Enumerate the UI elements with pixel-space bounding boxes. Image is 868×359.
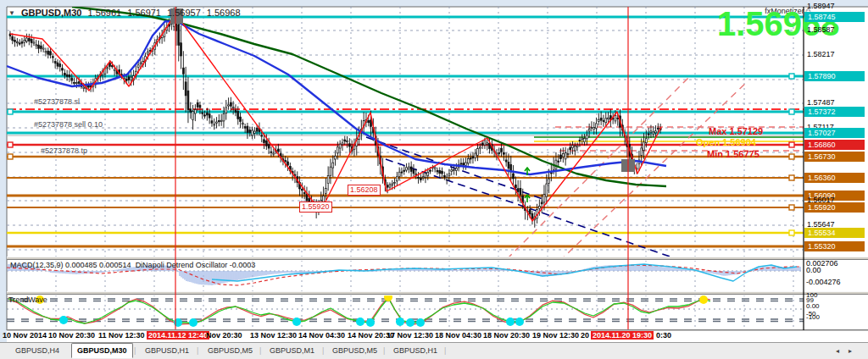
line-anchor-handle[interactable] [8,142,13,147]
tabs-scroll-right[interactable]: ▸ [849,347,852,355]
price-scale-badge: 1.56730 [804,152,865,162]
tab-separator: | [322,346,324,355]
line-anchor-handle[interactable] [789,154,794,159]
ohlc-close: 1.56968 [207,8,241,18]
ohlc-low: 1.56957 [167,8,201,18]
price-scale-tick: 1.58947 [807,2,835,10]
price-scale-tick: 1.58217 [807,50,835,58]
tw-buy-dot [356,318,364,326]
price-scale-tick: 1.58587 [807,25,835,34]
macd-label: MACD(12,35,9) 0.000485 0.000514 DiNapoli… [10,261,255,269]
time-axis-tick: 11 Nov 12:30 [98,331,145,340]
day-min-label: Min 1.56775 [707,149,760,159]
ohlc-high: 1.56971 [127,8,161,18]
time-axis-tick: 18 Nov 20:30 [483,331,530,340]
tw-buy-dot [59,316,68,324]
chart-canvas[interactable] [0,0,868,359]
time-axis-tick: 13 Nov 12:30 [250,331,297,340]
swing-price-label: 1.56208 [348,185,381,196]
tab-gbpusd-m5[interactable]: GBPUSD,M5 [327,344,382,357]
symbol-dropdown-icon[interactable]: ▼ [8,9,15,17]
day-max-label: Max 1.57129 [709,126,763,136]
line-anchor-handle[interactable] [789,175,794,180]
mt4-terminal: { "title": {"dropdown":"▼","symbol":"GBP… [0,0,868,359]
price-scale-badge: 1.56860 [804,140,865,150]
order-sl-label: #52737878 sl [34,97,80,106]
macd-scale-tick: -0.004276 [806,278,841,286]
time-axis-tick: 19 Nov 12:30 [532,331,579,340]
tab-gbpusd-m30[interactable]: GBPUSD,M30 [71,343,133,358]
price-scale-badge: 1.56360 [804,173,865,183]
line-anchor-handle[interactable] [789,205,794,210]
current-price-display: 1.56968 [717,5,840,43]
tw-buy-dot [506,318,515,326]
line-anchor-handle[interactable] [789,142,794,147]
chart-tabs-bar: GBPUSD,H4GBPUSD,M30GBPUSD,H1GBPUSD,M5GBP… [0,342,868,359]
tab-gbpusd-m5[interactable]: GBPUSD,M5 [203,344,258,357]
time-axis-highlighted-date: 2014.11.12 12:40 [147,331,209,340]
time-axis-highlighted-date: 2014.11.20 19:30 [591,331,654,340]
time-axis-tick: Nov 20:30 [206,331,242,340]
price-scale-badge: 1.58745 [804,12,865,22]
ohlc-open: 1.56961 [87,8,121,18]
line-anchor-handle[interactable] [789,230,794,235]
order-tp-label: #52737878 tp [41,146,87,155]
macd-scale-tick: 0.00 [806,266,821,274]
tw-sell-dot [699,295,708,304]
swing-price-label: 1.55920 [299,202,332,213]
tab-separator: | [134,346,136,355]
time-axis-tick: 10 Nov 20:30 [48,331,95,340]
price-scale-tick: 1.57487 [807,98,835,107]
tw-buy-dot [189,318,198,327]
line-anchor-handle[interactable] [789,109,794,114]
tab-gbpusd-h1[interactable]: GBPUSD,H1 [388,344,442,357]
tw-buy-dot [292,318,301,326]
trendwave-scale-tick: 0.00 [806,302,820,310]
price-scale-badge: 1.55534 [804,228,865,238]
trendwave-label: TrendWave [8,295,47,304]
symbol-timeframe-label: GBPUSD,M30 [21,8,82,18]
order-sell-label: #52737878 sell 0.10 [34,120,103,129]
time-axis-tick: 18 Nov 04:30 [435,331,481,340]
line-anchor-handle[interactable] [789,74,794,79]
price-scale-badge: 1.57890 [804,71,865,81]
tw-buy-dot [406,318,415,327]
day-open-label: Open 1.56904 [696,137,756,147]
tab-separator: | [197,346,198,355]
tab-separator: | [259,346,261,355]
price-scale-badge: 1.55920 [804,202,865,213]
time-axis-tick: 0:30 [656,331,671,340]
tw-buy-dot [416,318,425,327]
tab-gbpusd-h1[interactable]: GBPUSD,H1 [140,344,194,357]
time-axis-tick: 10 Nov 2014 [3,331,47,340]
price-scale-badge: 1.55320 [804,241,865,251]
time-axis-tick: 14 Nov 04:30 [298,331,345,340]
trendwave-scale-tick: -100 [806,313,820,321]
price-scale-badge: 1.57372 [804,107,865,117]
tab-separator: | [444,346,446,355]
tab-separator: | [383,346,385,355]
price-scale-badge: 1.57027 [804,128,865,138]
tw-buy-dot [366,318,375,327]
chart-title: ▼ GBPUSD,M30 1.56961 1.56971 1.56957 1.5… [8,8,241,18]
tabs-scroll-left[interactable]: ◂ [836,347,839,355]
tab-gbpusd-m1[interactable]: GBPUSD,M1 [264,344,320,357]
tw-buy-dot [515,318,524,326]
line-anchor-handle[interactable] [8,154,13,159]
line-anchor-handle[interactable] [8,109,13,114]
time-axis-tick: 17 Nov 12:30 [387,331,433,340]
tw-buy-dot [396,318,404,326]
tab-gbpusd-h4[interactable]: GBPUSD,H4 [10,344,64,357]
